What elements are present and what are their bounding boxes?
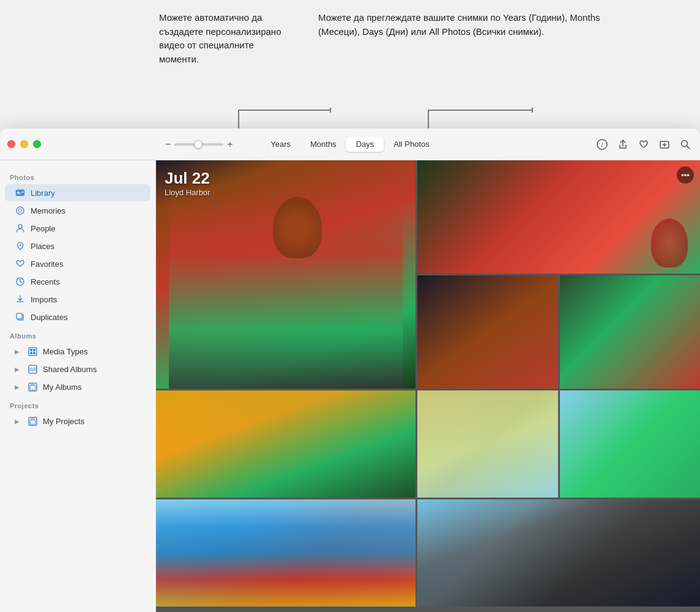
tab-months[interactable]: Months — [300, 136, 346, 152]
svg-rect-23 — [30, 352, 32, 354]
sidebar-item-shared-albums[interactable]: ▶ Shared Albums — [5, 360, 151, 378]
photo-bottom-1[interactable] — [156, 390, 415, 498]
app-window: − + Years Months Days All Photos i — [0, 129, 700, 612]
photo-top-right[interactable]: ••• — [417, 160, 700, 274]
projects-section-label: Projects — [0, 396, 155, 412]
svg-point-27 — [34, 367, 35, 369]
duplicates-icon — [15, 312, 26, 323]
zoom-slider[interactable] — [174, 143, 223, 146]
sidebar-item-media-types[interactable]: ▶ Media Types — [5, 343, 151, 360]
my-albums-label: My Albums — [43, 382, 82, 392]
photo-last-1[interactable] — [156, 499, 415, 606]
main-content: Photos Library — [0, 160, 700, 612]
annotation-right: Можете да преглеждате вашите снимки по Y… — [300, 11, 606, 39]
svg-text:i: i — [601, 141, 603, 148]
collapse-icon-projects: ▶ — [15, 418, 20, 425]
close-button[interactable] — [7, 140, 15, 148]
sidebar: Photos Library — [0, 160, 156, 612]
collapse-icon-my-albums: ▶ — [15, 384, 20, 390]
people-icon — [15, 223, 26, 234]
date-label: Jul 22 — [165, 169, 210, 188]
favorites-icon — [15, 258, 26, 269]
collapse-icon-shared: ▶ — [15, 366, 20, 373]
svg-point-13 — [17, 207, 24, 214]
view-tabs: Years Months Days All Photos — [261, 136, 439, 152]
share-icon[interactable] — [617, 138, 629, 151]
title-bar: − + Years Months Days All Photos i — [0, 129, 700, 160]
svg-point-15 — [18, 225, 22, 228]
places-icon — [15, 241, 26, 252]
people-label: People — [31, 224, 55, 233]
svg-rect-21 — [30, 349, 32, 351]
media-types-label: Media Types — [43, 347, 88, 356]
places-label: Places — [31, 242, 54, 251]
svg-rect-20 — [29, 348, 37, 356]
zoom-minus-button[interactable]: − — [165, 139, 171, 150]
info-icon[interactable]: i — [596, 138, 608, 151]
sidebar-item-duplicates[interactable]: Duplicates — [5, 308, 151, 326]
toolbar-right: i — [596, 138, 691, 151]
location-label: Lloyd Harbor — [165, 188, 210, 197]
shared-albums-label: Shared Albums — [43, 365, 97, 374]
svg-line-10 — [687, 146, 690, 149]
svg-rect-31 — [30, 420, 35, 424]
heart-icon[interactable] — [638, 138, 650, 151]
svg-point-16 — [20, 244, 21, 246]
duplicates-label: Duplicates — [31, 313, 68, 322]
sidebar-item-imports[interactable]: Imports — [5, 291, 151, 308]
zoom-plus-button[interactable]: + — [227, 139, 233, 150]
photo-bottom-2[interactable] — [417, 390, 557, 498]
maximize-button[interactable] — [33, 140, 41, 148]
sidebar-item-people[interactable]: People — [5, 220, 151, 237]
my-albums-icon — [27, 381, 38, 392]
minimize-button[interactable] — [20, 140, 28, 148]
media-types-icon — [27, 346, 38, 357]
search-icon[interactable] — [679, 138, 691, 151]
annotation-left: Можете автоматично да създадете персонал… — [0, 11, 300, 66]
sidebar-item-memories[interactable]: Memories — [5, 202, 151, 219]
photo-bottom-3[interactable] — [560, 390, 700, 498]
photo-mid-right-1[interactable] — [417, 275, 557, 389]
library-icon — [15, 187, 26, 198]
memories-icon — [15, 205, 26, 216]
memories-label: Memories — [31, 206, 65, 215]
tab-all-photos[interactable]: All Photos — [384, 136, 439, 152]
tab-days[interactable]: Days — [346, 136, 384, 152]
recents-label: Recents — [31, 277, 60, 286]
photo-large-main[interactable]: Jul 22 Lloyd Harbor — [156, 160, 415, 389]
recents-icon — [15, 276, 26, 287]
imports-icon — [15, 294, 26, 305]
sidebar-item-my-projects[interactable]: ▶ My Projects — [5, 412, 151, 430]
my-projects-label: My Projects — [43, 417, 84, 426]
photo-grid[interactable]: Jul 22 Lloyd Harbor ••• — [156, 160, 700, 612]
photo-mid-right-2[interactable] — [560, 275, 700, 389]
collapse-icon-media: ▶ — [15, 348, 20, 355]
photo-last-2[interactable] — [417, 499, 700, 606]
svg-point-14 — [18, 209, 22, 212]
sidebar-item-recents[interactable]: Recents — [5, 273, 151, 290]
more-options-button[interactable]: ••• — [677, 166, 694, 184]
favorites-label: Favorites — [31, 259, 63, 269]
imports-label: Imports — [31, 295, 57, 304]
svg-rect-19 — [17, 313, 22, 319]
sidebar-item-favorites[interactable]: Favorites — [5, 255, 151, 272]
svg-rect-24 — [33, 352, 35, 354]
sidebar-item-places[interactable]: Places — [5, 237, 151, 255]
sidebar-item-my-albums[interactable]: ▶ My Albums — [5, 378, 151, 395]
add-to-album-icon[interactable] — [658, 138, 671, 151]
shared-albums-icon — [27, 364, 38, 375]
library-label: Library — [31, 188, 55, 198]
svg-point-26 — [30, 368, 32, 370]
albums-section-label: Albums — [0, 326, 155, 342]
svg-rect-29 — [30, 386, 35, 390]
zoom-area: − + — [165, 139, 233, 150]
my-projects-icon — [27, 416, 38, 427]
photos-section-label: Photos — [0, 168, 155, 184]
svg-point-12 — [17, 192, 20, 194]
traffic-lights — [7, 140, 41, 148]
tab-years[interactable]: Years — [261, 136, 300, 152]
svg-rect-22 — [33, 349, 35, 351]
sidebar-item-library[interactable]: Library — [5, 184, 151, 201]
